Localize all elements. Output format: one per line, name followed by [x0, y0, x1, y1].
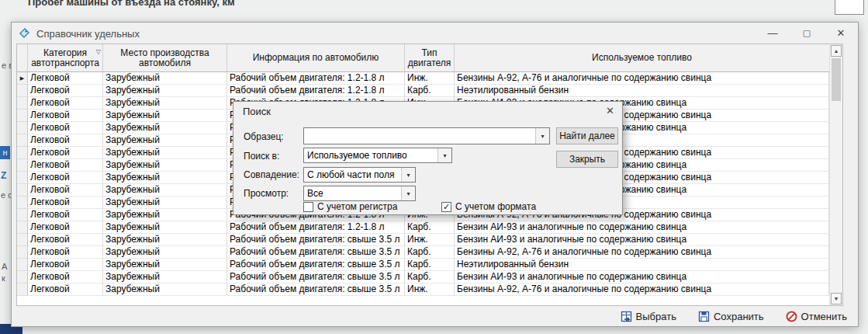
header-place[interactable]: Место производства автомобиля: [103, 44, 227, 71]
header-fuel[interactable]: Используемое топливо: [455, 44, 829, 71]
checkbox-box[interactable]: [303, 202, 313, 212]
table-row[interactable]: ЛегковойЗарубежныйРабочий объем двигател…: [17, 271, 829, 284]
search-in-select[interactable]: Используемое топливо ▾: [303, 148, 452, 163]
maximize-button[interactable]: ▢: [790, 23, 824, 43]
match-format-checkbox[interactable]: ✓ С учетом формата: [441, 201, 536, 212]
scroll-down-icon[interactable]: ▼: [831, 293, 842, 304]
cell-info[interactable]: Рабочий объем двигателя: 1.2-1.8 л: [227, 221, 405, 234]
cell-fuel[interactable]: Бензины А-92, А-76 и аналогичные по соде…: [455, 246, 829, 259]
cell-place[interactable]: Зарубежный: [103, 172, 227, 184]
table-row[interactable]: ЛегковойЗарубежныйРабочий объем двигател…: [17, 221, 829, 234]
cell-fuel[interactable]: Бензины А-92, А-76 и аналогичные по соде…: [455, 72, 829, 85]
cell-category[interactable]: Легковой: [28, 197, 103, 209]
row-selector[interactable]: [17, 209, 28, 221]
cell-engine[interactable]: Карб.: [405, 85, 455, 97]
row-selector[interactable]: ▶: [17, 72, 28, 85]
row-selector[interactable]: [17, 259, 28, 271]
cell-place[interactable]: Зарубежный: [103, 72, 227, 85]
cancel-button[interactable]: Отменить: [786, 311, 847, 322]
chevron-down-icon[interactable]: ▾: [401, 186, 415, 200]
row-selector[interactable]: [17, 172, 28, 184]
row-selector[interactable]: [17, 97, 28, 110]
table-row[interactable]: ЛегковойЗарубежныйРабочий объем двигател…: [17, 246, 829, 259]
row-selector[interactable]: [17, 234, 28, 246]
cell-place[interactable]: Зарубежный: [103, 246, 227, 259]
cell-place[interactable]: Зарубежный: [103, 221, 227, 234]
chevron-down-icon[interactable]: ▾: [535, 128, 549, 144]
cell-info[interactable]: Рабочий объем двигателя: 1.2-1.8 л: [227, 72, 405, 85]
cell-category[interactable]: Легковой: [28, 246, 103, 259]
close-button[interactable]: ✕: [824, 23, 858, 43]
row-selector[interactable]: [17, 197, 28, 209]
view-select[interactable]: Все ▾: [303, 186, 416, 201]
cell-category[interactable]: Легковой: [28, 271, 103, 284]
cell-place[interactable]: Зарубежный: [103, 147, 227, 159]
cell-info[interactable]: Рабочий объем двигателя: свыше 3.5 л: [227, 246, 405, 259]
cell-fuel[interactable]: Неэтилированный бензин: [455, 85, 829, 97]
table-row[interactable]: ▶ЛегковойЗарубежныйРабочий объем двигате…: [17, 72, 829, 85]
sort-icon[interactable]: ▽: [96, 47, 101, 57]
cell-fuel[interactable]: Бензин АИ-93 и аналогичные по содержанию…: [455, 234, 829, 246]
cell-place[interactable]: Зарубежный: [103, 85, 227, 97]
cell-fuel[interactable]: Бензин АИ-93 и аналогичные по содержанию…: [455, 221, 829, 234]
cell-category[interactable]: Легковой: [28, 284, 103, 296]
cell-place[interactable]: Зарубежный: [103, 110, 227, 122]
cell-info[interactable]: Рабочий объем двигателя: свыше 3.5 л: [227, 271, 405, 284]
table-row[interactable]: ЛегковойЗарубежныйРабочий объем двигател…: [17, 234, 829, 246]
row-selector[interactable]: [17, 221, 28, 234]
cell-place[interactable]: Зарубежный: [103, 134, 227, 147]
cell-category[interactable]: Легковой: [28, 159, 103, 172]
select-button[interactable]: Выбрать: [621, 311, 676, 322]
cell-place[interactable]: Зарубежный: [103, 122, 227, 134]
cell-engine[interactable]: Инж.: [405, 72, 455, 85]
row-selector[interactable]: [17, 122, 28, 134]
cell-category[interactable]: Легковой: [28, 122, 103, 134]
save-button[interactable]: Сохранить: [698, 311, 764, 322]
find-next-button[interactable]: Найти далее: [556, 127, 618, 144]
close-dialog-button[interactable]: Закрыть: [556, 151, 618, 168]
cell-info[interactable]: Рабочий объем двигателя: свыше 3.5 л: [227, 259, 405, 271]
cell-place[interactable]: Зарубежный: [103, 209, 227, 221]
header-engine[interactable]: Тип двигателя: [405, 44, 455, 71]
vertical-scrollbar[interactable]: ▲ ▼: [829, 44, 842, 305]
cell-category[interactable]: Легковой: [28, 259, 103, 271]
cell-engine[interactable]: Карб.: [405, 259, 455, 271]
chevron-down-icon[interactable]: ▾: [401, 168, 415, 182]
cell-fuel[interactable]: Бензины А-92, А-76 и аналогичные по соде…: [455, 284, 829, 296]
cell-place[interactable]: Зарубежный: [103, 259, 227, 271]
cell-place[interactable]: Зарубежный: [103, 184, 227, 197]
titlebar[interactable]: Справочник удельных — ▢ ✕: [12, 23, 858, 43]
row-selector[interactable]: [17, 147, 28, 159]
scrollbar-thumb[interactable]: [832, 58, 841, 101]
cell-place[interactable]: Зарубежный: [103, 159, 227, 172]
cell-engine[interactable]: Карб.: [405, 246, 455, 259]
cell-category[interactable]: Легковой: [28, 221, 103, 234]
row-selector[interactable]: [17, 85, 28, 97]
checkbox-box[interactable]: ✓: [441, 202, 451, 212]
row-selector[interactable]: [17, 159, 28, 172]
cell-place[interactable]: Зарубежный: [103, 97, 227, 110]
match-case-checkbox[interactable]: С учетом регистра: [303, 201, 397, 212]
cell-info[interactable]: Рабочий объем двигателя: 1.2-1.8 л: [227, 85, 405, 97]
cell-fuel[interactable]: Неэтилированный бензин: [455, 259, 829, 271]
cell-fuel[interactable]: Бензин АИ-93 и аналогичные по содержанию…: [455, 271, 829, 284]
cell-category[interactable]: Легковой: [28, 85, 103, 97]
row-selector[interactable]: [17, 271, 28, 284]
cell-category[interactable]: Легковой: [28, 234, 103, 246]
cell-info[interactable]: Рабочий объем двигателя: свыше 3.5 л: [227, 284, 405, 296]
cell-engine[interactable]: Инж.: [405, 234, 455, 246]
row-selector[interactable]: [17, 184, 28, 197]
cell-place[interactable]: Зарубежный: [103, 271, 227, 284]
cell-category[interactable]: Легковой: [28, 134, 103, 147]
cell-category[interactable]: Легковой: [28, 147, 103, 159]
cell-place[interactable]: Зарубежный: [103, 234, 227, 246]
match-select[interactable]: С любой части поля ▾: [303, 167, 416, 183]
table-row[interactable]: ЛегковойЗарубежныйРабочий объем двигател…: [17, 259, 829, 271]
row-selector[interactable]: [17, 110, 28, 122]
cell-category[interactable]: Легковой: [28, 72, 103, 85]
cell-engine[interactable]: Карб.: [405, 221, 455, 234]
cell-engine[interactable]: Инж.: [405, 284, 455, 296]
minimize-button[interactable]: —: [756, 23, 790, 43]
cell-category[interactable]: Легковой: [28, 97, 103, 110]
sample-input[interactable]: [304, 127, 535, 144]
